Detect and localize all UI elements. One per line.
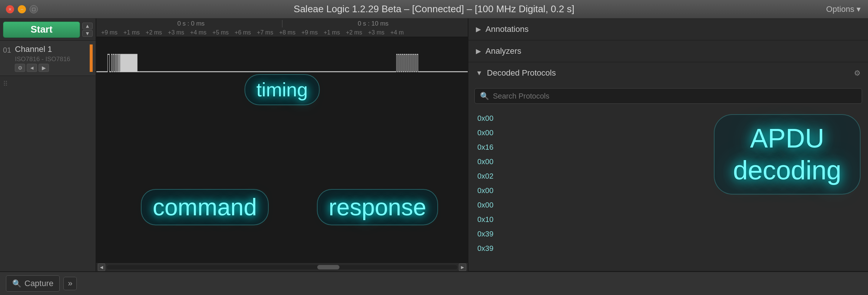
decoded-protocols-collapse-icon: ▼ [476,69,483,77]
search-box[interactable]: 🔍 [474,88,862,104]
waveform-area: 0 s : 0 ms 0 s : 10 ms +9 ms +1 ms +2 ms… [96,19,468,271]
protocol-item-0x00-5: 0x00 [468,198,868,212]
response-label: response [317,189,438,225]
search-protocols-input[interactable] [493,92,857,100]
tick-9ms: +9 ms [98,29,120,36]
analyzers-section: ▶ Analyzers [468,40,868,62]
tick-3ms: +3 ms [165,29,187,36]
capture-button[interactable]: 🔍 Capture [6,275,60,292]
maximize-button[interactable]: □ [30,5,38,13]
annotations-collapse-icon: ▶ [476,25,481,33]
channel-name: Channel 1 [15,44,88,54]
channel-back-icon[interactable]: ◄ [27,64,37,72]
tick-1ms: +1 ms [120,29,143,36]
channel-protocol: ISO7816 - ISO7816 [15,56,88,63]
window-controls: × − □ [6,5,38,13]
tick-1ms-2: +1 ms [321,29,343,36]
waveform-dots: ⠿ [0,76,96,92]
timeline-marker-1: 0 s : 0 ms [100,20,282,27]
tick-4m: +4 m [387,29,407,36]
channel-info: Channel 1 ISO7816 - ISO7816 ⚙ ◄ ▶ [15,44,88,72]
tick-9ms-2: +9 ms [298,29,321,36]
minimize-button[interactable]: − [18,5,26,13]
capture-label: Capture [24,279,53,288]
annotations-header[interactable]: ▶ Annotations [468,19,868,40]
svg-rect-0 [96,37,468,262]
arrow-up-button[interactable]: ▲ [82,23,93,29]
channel-color-bar [90,44,93,72]
timeline-top: 0 s : 0 ms 0 s : 10 ms +9 ms +1 ms +2 ms… [96,19,468,37]
titlebar: × − □ Saleae Logic 1.2.29 Beta – [Connec… [0,0,868,19]
timeline-marker-2: 0 s : 10 ms [282,20,464,27]
scroll-right-button[interactable]: ► [459,263,466,271]
start-button-area: Start ▲ ▼ [0,19,96,41]
protocol-item-0x10: 0x10 [468,212,868,227]
close-button[interactable]: × [6,5,14,13]
tick-8ms: +8 ms [276,29,298,36]
window-title: Saleae Logic 1.2.29 Beta – [Connected] –… [294,3,574,15]
tick-7ms: +7 ms [254,29,276,36]
tick-2ms-2: +2 ms [343,29,365,36]
channel-gear-icon[interactable]: ⚙ [15,64,25,72]
waveform-canvas[interactable]: |◄ W 9.535 ms ►| [96,37,468,262]
scroll-track[interactable] [107,265,457,269]
tick-4ms: +4 ms [187,29,209,36]
channel-icons: ⚙ ◄ ▶ [15,64,88,72]
bottom-bar: 🔍 Capture » [0,271,868,295]
right-panel: ▶ Annotations ▶ Analyzers ▼ Decoded Prot… [468,19,868,271]
channel-forward-icon[interactable]: ▶ [39,64,49,72]
analyzers-header[interactable]: ▶ Analyzers [468,40,868,62]
protocol-item-0x39-2: 0x39 [468,241,868,256]
tick-row: +9 ms +1 ms +2 ms +3 ms +4 ms +5 ms +6 m… [96,29,468,37]
command-label: command [141,189,269,225]
decoded-protocols-gear-icon[interactable]: ⚙ [854,69,861,77]
waveform-scrollbar[interactable]: ◄ ► [96,262,468,271]
decoded-protocols-title: Decoded Protocols [487,68,854,78]
capture-icon: 🔍 [12,279,21,288]
start-arrows: ▲ ▼ [82,23,93,37]
tick-2ms: +2 ms [143,29,165,36]
decoded-protocols-section: ▼ Decoded Protocols ⚙ 🔍 0x00 0x00 0x16 0… [468,62,868,271]
arrow-down-button[interactable]: ▼ [82,30,93,37]
waveform-svg [96,37,468,262]
analyzers-collapse-icon: ▶ [476,47,481,55]
start-button[interactable]: Start [3,21,80,38]
scroll-thumb[interactable] [317,265,339,269]
search-icon: 🔍 [480,92,489,100]
apdu-label: APDU decoding [714,114,861,195]
main-layout: Start ▲ ▼ 01 Channel 1 ISO7816 - ISO7816… [0,19,868,271]
protocol-item-0x39-1: 0x39 [468,227,868,241]
channel-panel: Start ▲ ▼ 01 Channel 1 ISO7816 - ISO7816… [0,19,96,271]
tick-3ms-2: +3 ms [365,29,387,36]
annotations-title: Annotations [486,24,861,34]
channel-row: 01 Channel 1 ISO7816 - ISO7816 ⚙ ◄ ▶ [0,41,96,76]
analyzers-title: Analyzers [486,46,861,56]
more-button[interactable]: » [63,277,77,290]
channel-number: 01 [3,46,11,54]
annotations-section: ▶ Annotations [468,19,868,40]
timing-label: timing [245,74,320,105]
options-button[interactable]: Options ▾ [826,4,861,14]
tick-6ms: +6 ms [232,29,254,36]
tick-5ms: +5 ms [209,29,232,36]
timeline-markers: 0 s : 0 ms 0 s : 10 ms [96,19,468,29]
scroll-left-button[interactable]: ◄ [98,263,105,271]
decoded-protocols-header[interactable]: ▼ Decoded Protocols ⚙ [468,62,868,84]
